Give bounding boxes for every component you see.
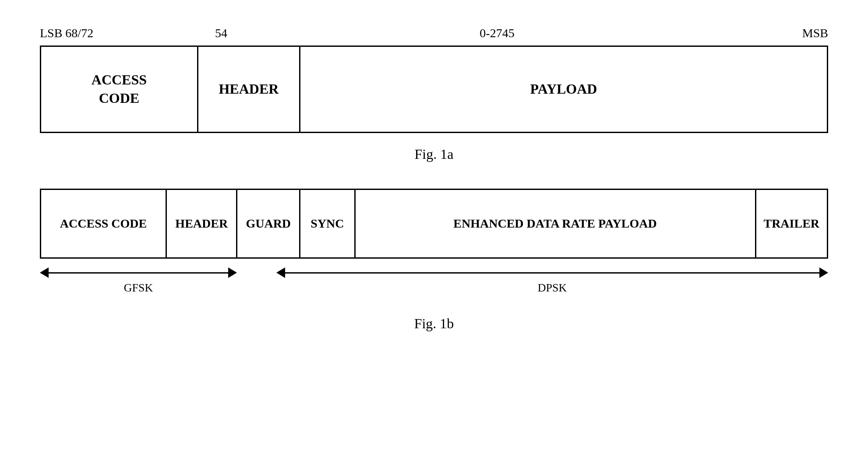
arrow-body-dpsk bbox=[285, 272, 819, 274]
fig1b-table: ACCESS CODE HEADER GUARD SYNC ENHANCED D… bbox=[40, 189, 828, 259]
arrows-section: GFSK DPSK bbox=[40, 267, 828, 302]
arrow-left-icon bbox=[40, 267, 49, 278]
dpsk-arrow: DPSK bbox=[276, 267, 828, 295]
fig1a-label-lsb: LSB 68/72 bbox=[40, 26, 93, 40]
fig1a-cell-access-code: ACCESSCODE bbox=[41, 47, 198, 132]
arrow-right-icon bbox=[228, 267, 237, 278]
fig1b-cell-trailer: TRAILER bbox=[756, 190, 827, 257]
fig1b-wrapper: ACCESS CODE HEADER GUARD SYNC ENHANCED D… bbox=[40, 189, 828, 332]
gfsk-arrow: GFSK bbox=[40, 267, 237, 295]
fig1b-cell-edr-payload: ENHANCED DATA RATE PAYLOAD bbox=[356, 190, 756, 257]
gfsk-label: GFSK bbox=[124, 281, 153, 295]
fig1b-caption: Fig. 1b bbox=[40, 316, 828, 332]
fig1b-cell-header: HEADER bbox=[167, 190, 237, 257]
fig1a-cell-payload: PAYLOAD bbox=[300, 47, 827, 132]
fig1b-cell-access-code: ACCESS CODE bbox=[41, 190, 167, 257]
fig1a-label-msb: MSB bbox=[802, 26, 828, 40]
arrow-left-dpsk-icon bbox=[276, 267, 285, 278]
fig1b-cell-sync: SYNC bbox=[300, 190, 356, 257]
fig1a-labels: LSB 68/72 54 0-2745 MSB bbox=[40, 26, 828, 44]
fig1a-label-range: 0-2745 bbox=[480, 26, 514, 40]
fig1a-wrapper: LSB 68/72 54 0-2745 MSB ACCESSCODE HEADE… bbox=[40, 26, 828, 162]
fig1a-cell-header: HEADER bbox=[198, 47, 300, 132]
fig1a-table: ACCESSCODE HEADER PAYLOAD bbox=[40, 46, 828, 133]
fig1a-caption: Fig. 1a bbox=[40, 146, 828, 162]
arrow-body-gfsk bbox=[49, 272, 228, 274]
arrow-right-dpsk-icon bbox=[819, 267, 828, 278]
fig1a-label-54: 54 bbox=[215, 26, 227, 40]
dpsk-label: DPSK bbox=[538, 281, 567, 295]
diagram-container: LSB 68/72 54 0-2745 MSB ACCESSCODE HEADE… bbox=[40, 26, 828, 332]
fig1b-cell-guard: GUARD bbox=[237, 190, 300, 257]
